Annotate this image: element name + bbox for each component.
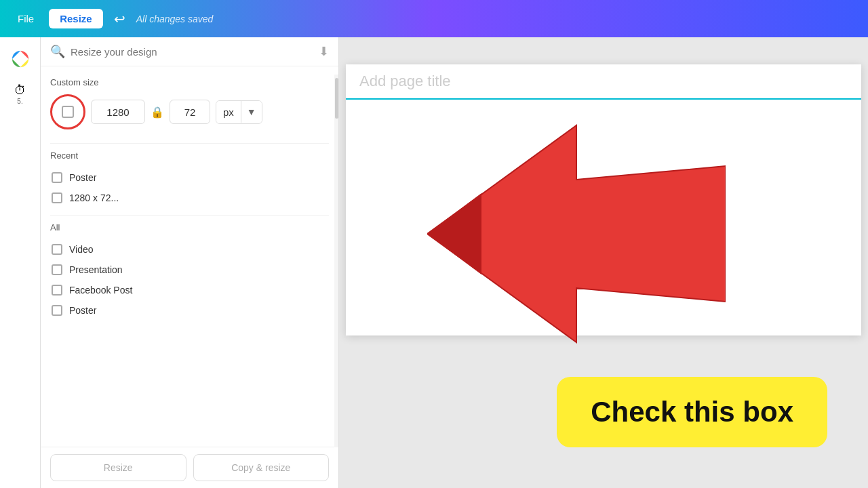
custom-size-label: Custom size (50, 77, 329, 87)
custom-size-checkbox-wrapper (50, 94, 85, 129)
recent-label: Recent (50, 150, 329, 161)
poster-recent-label: Poster (69, 172, 96, 183)
callout-box: Check this box (557, 377, 827, 447)
callout-text: Check this box (591, 396, 793, 428)
scroll-track (334, 75, 338, 447)
search-icon: 🔍 (50, 44, 65, 59)
svg-point-1 (17, 56, 24, 62)
list-item[interactable]: Poster (50, 167, 329, 188)
facebook-post-checkbox[interactable] (52, 285, 62, 296)
1280x72-label: 1280 x 72... (69, 192, 119, 203)
resize-button[interactable]: Resize (49, 9, 103, 28)
poster-all-checkbox[interactable] (52, 305, 62, 316)
unit-select: px ▼ (216, 100, 262, 124)
facebook-post-label: Facebook Post (69, 285, 132, 296)
undo-button[interactable]: ↩ (108, 8, 131, 30)
topbar: File Resize ↩ All changes saved (0, 0, 868, 37)
canvas-title-placeholder[interactable]: Add page title (359, 73, 451, 89)
list-item[interactable]: Poster (50, 300, 329, 321)
main-layout: ⏱ 5. 🔍 ⬇ Custom size 🔒 (0, 37, 868, 488)
video-checkbox[interactable] (52, 244, 62, 255)
panel-content: Custom size 🔒 px ▼ Recent (41, 66, 338, 447)
download-icon: ⬇ (319, 44, 329, 59)
timer-value: 5. (17, 98, 22, 105)
red-circle-highlight (50, 94, 85, 129)
all-label: All (50, 222, 329, 232)
canvas-page: Add page title (346, 64, 861, 336)
poster-recent-checkbox[interactable] (52, 172, 62, 183)
poster-all-label: Poster (69, 305, 96, 316)
panel-buttons: Resize Copy & resize (41, 447, 338, 488)
list-item[interactable]: Video (50, 239, 329, 260)
list-item[interactable]: Presentation (50, 260, 329, 280)
search-area: 🔍 ⬇ (41, 37, 338, 66)
divider-recent (50, 143, 329, 144)
canvas-area: Add page title Check this box (339, 37, 868, 488)
saved-status: All changes saved (136, 14, 214, 24)
custom-size-row: 🔒 px ▼ (50, 94, 329, 129)
timer-icon[interactable]: ⏱ 5. (5, 79, 35, 109)
video-label: Video (69, 244, 94, 255)
copy-resize-button[interactable]: Copy & resize (193, 454, 330, 481)
list-item[interactable]: 1280 x 72... (50, 188, 329, 208)
1280x72-checkbox[interactable] (52, 192, 62, 203)
height-input[interactable] (170, 100, 210, 124)
presentation-checkbox[interactable] (52, 264, 62, 275)
lock-icon[interactable]: 🔒 (151, 106, 164, 119)
search-input[interactable] (71, 46, 313, 58)
resize-panel: 🔍 ⬇ Custom size 🔒 px ▼ (41, 37, 339, 488)
icon-bar: ⏱ 5. (0, 37, 41, 488)
unit-value: px (216, 101, 241, 123)
unit-dropdown-button[interactable]: ▼ (241, 101, 262, 123)
brand-colors-icon[interactable] (5, 44, 35, 74)
scroll-thumb[interactable] (335, 78, 338, 119)
canvas-title-bar: Add page title (346, 64, 861, 100)
file-button[interactable]: File (8, 9, 43, 28)
list-item[interactable]: Facebook Post (50, 280, 329, 300)
divider-all (50, 215, 329, 216)
presentation-label: Presentation (69, 264, 123, 275)
width-input[interactable] (91, 100, 145, 124)
resize-action-button[interactable]: Resize (50, 454, 186, 481)
